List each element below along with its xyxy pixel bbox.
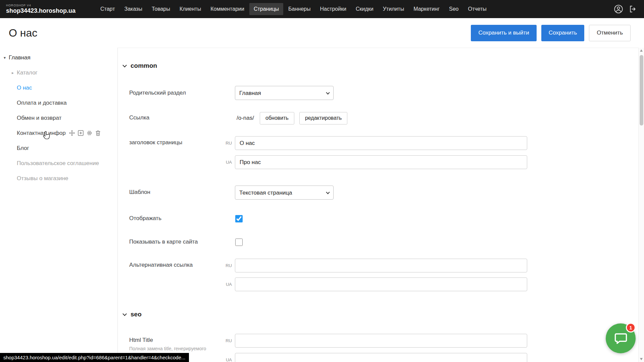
add-subpage-icon[interactable] <box>78 130 84 136</box>
page-title: О нас <box>9 27 37 39</box>
chat-unread-badge: 1 <box>626 323 636 332</box>
scroll-up-arrow-icon[interactable] <box>640 49 643 52</box>
user-account-icon[interactable] <box>614 4 623 14</box>
lang-ru-badge: RU <box>212 141 232 146</box>
page-title-ru-input[interactable] <box>235 136 527 150</box>
topbar: HOROSHOP V4 shop34423.horoshop.ua Старт … <box>0 0 644 18</box>
tree-item-label: Контактная инфор <box>17 130 66 137</box>
template-label: Шаблон <box>129 189 150 196</box>
nav-utilities[interactable]: Утилиты <box>379 3 409 15</box>
template-select[interactable]: Текстовая страница <box>235 186 334 200</box>
header-actions: Сохранить и выйти Сохранить Отменить <box>471 25 635 41</box>
section-common-label: common <box>131 62 157 69</box>
sidebar-item-kontaktnaya-informatsiya[interactable]: Контактная инфор <box>0 125 117 141</box>
link-row: /o-nas/ обновить редактировать <box>236 112 347 124</box>
vertical-scrollbar[interactable] <box>638 48 644 362</box>
sidebar-item-katalog[interactable]: ▸ Каталог <box>0 65 117 80</box>
parent-section-select[interactable]: Главная <box>235 86 334 100</box>
nav-products[interactable]: Товары <box>147 3 175 15</box>
tree-item-actions <box>69 130 101 136</box>
section-common[interactable]: common <box>123 62 157 69</box>
html-title-ua-input[interactable] <box>235 353 527 362</box>
sitemap-checkbox[interactable] <box>235 239 243 246</box>
display-checkbox[interactable] <box>235 215 243 222</box>
alt-link-ru-input[interactable] <box>235 259 527 272</box>
brand[interactable]: HOROSHOP V4 shop34423.horoshop.ua <box>0 4 81 14</box>
parent-section-label: Родительский раздел <box>129 90 186 96</box>
scroll-down-arrow-icon[interactable] <box>640 358 643 360</box>
nav-clients[interactable]: Клиенты <box>175 3 205 15</box>
sidebar-item-blog[interactable]: Блог <box>0 141 117 156</box>
cancel-button[interactable]: Отменить <box>589 25 631 41</box>
tree-list: ▸ Каталог О нас Оплата и доставка Обмен … <box>0 65 117 186</box>
nav-comments[interactable]: Комментарии <box>206 3 249 15</box>
nav-pages[interactable]: Страницы <box>249 3 283 15</box>
template-select-wrap: Текстовая страница <box>235 186 334 200</box>
pages-tree-sidebar: ▾ Главная ▸ Каталог О нас Оплата и доста… <box>0 48 118 362</box>
page-title-ua-input[interactable] <box>235 155 527 169</box>
logout-icon[interactable] <box>629 5 637 13</box>
nav-start[interactable]: Старт <box>96 3 119 15</box>
link-refresh-button[interactable]: обновить <box>260 112 294 124</box>
link-path-value: /o-nas/ <box>236 115 255 121</box>
chat-bubble-icon <box>613 331 628 346</box>
tree-item-label: Пользовательское соглашение <box>17 160 99 167</box>
tree-item-label: Блог <box>17 145 29 152</box>
sidebar-item-otzyvy[interactable]: Отзывы о магазине <box>0 171 117 186</box>
nav-settings[interactable]: Настройки <box>315 3 350 15</box>
delete-trash-icon[interactable] <box>95 130 101 136</box>
nav-reports[interactable]: Отчеты <box>463 3 491 15</box>
html-title-label: Html Title <box>129 337 153 344</box>
tree-item-label: Обмен и возврат <box>17 115 61 121</box>
tree-item-label: О нас <box>17 85 32 91</box>
section-seo[interactable]: seo <box>123 311 142 318</box>
content: ▾ Главная ▸ Каталог О нас Оплата и доста… <box>0 48 638 362</box>
lang-ru-badge: RU <box>212 338 232 343</box>
brand-domain: shop34423.horoshop.ua <box>6 8 81 14</box>
display-label: Отображать <box>129 215 161 222</box>
tree-root-label: Главная <box>9 54 31 61</box>
lang-ru-badge: RU <box>212 263 232 268</box>
save-and-exit-button[interactable]: Сохранить и выйти <box>471 25 536 41</box>
page-title-label: заголовок страницы <box>129 139 182 146</box>
save-button[interactable]: Сохранить <box>541 25 584 41</box>
drag-move-icon[interactable] <box>69 130 75 136</box>
page-header: О нас Сохранить и выйти Сохранить Отмени… <box>0 18 644 48</box>
alt-link-label: Альтернативная ссылка <box>129 262 193 268</box>
link-label: Ссылка <box>129 114 149 121</box>
chevron-down-icon: ▾ <box>4 55 6 60</box>
settings-gear-icon[interactable] <box>87 130 92 136</box>
section-seo-label: seo <box>131 311 142 318</box>
chevron-down-icon <box>122 312 127 316</box>
tree-item-label: Отзывы о магазине <box>17 175 68 182</box>
lang-ua-badge: UA <box>212 357 232 362</box>
link-edit-button[interactable]: редактировать <box>299 112 347 124</box>
scrollbar-thumb[interactable] <box>640 55 643 125</box>
sidebar-item-glavnaya[interactable]: ▾ Главная <box>0 50 117 65</box>
sidebar-item-o-nas[interactable]: О нас <box>0 80 117 95</box>
chevron-down-icon <box>122 63 127 67</box>
chat-widget-button[interactable]: 1 <box>606 323 636 353</box>
nav-seo[interactable]: Seo <box>445 3 463 15</box>
sidebar-item-oplata-i-dostavka[interactable]: Оплата и доставка <box>0 95 117 110</box>
nav-discounts[interactable]: Скидки <box>351 3 378 15</box>
tree-item-label: Оплата и доставка <box>17 100 67 106</box>
brand-version: HOROSHOP V4 <box>6 4 81 7</box>
page-edit-form: common Родительский раздел Главная Ссылк… <box>118 48 638 362</box>
lang-ua-badge: UA <box>212 282 232 287</box>
nav-orders[interactable]: Заказы <box>120 3 146 15</box>
topbar-icons <box>614 4 644 14</box>
html-title-hint: Полная замена title, генерируемого <box>129 346 206 351</box>
html-title-ru-input[interactable] <box>235 334 527 348</box>
sitemap-label: Показывать в карте сайта <box>129 239 198 245</box>
sidebar-item-soglashenie[interactable]: Пользовательское соглашение <box>0 156 117 171</box>
tree-item-label: Каталог <box>17 69 38 76</box>
chevron-right-icon: ▸ <box>12 70 14 75</box>
parent-section-select-wrap: Главная <box>235 86 334 100</box>
main-menu: Старт Заказы Товары Клиенты Комментарии … <box>96 3 491 15</box>
lang-ua-badge: UA <box>212 160 232 165</box>
nav-banners[interactable]: Баннеры <box>284 3 315 15</box>
alt-link-ua-input[interactable] <box>235 277 527 291</box>
nav-marketing[interactable]: Маркетинг <box>409 3 444 15</box>
sidebar-item-obmen-i-vozvrat[interactable]: Обмен и возврат <box>0 110 117 125</box>
